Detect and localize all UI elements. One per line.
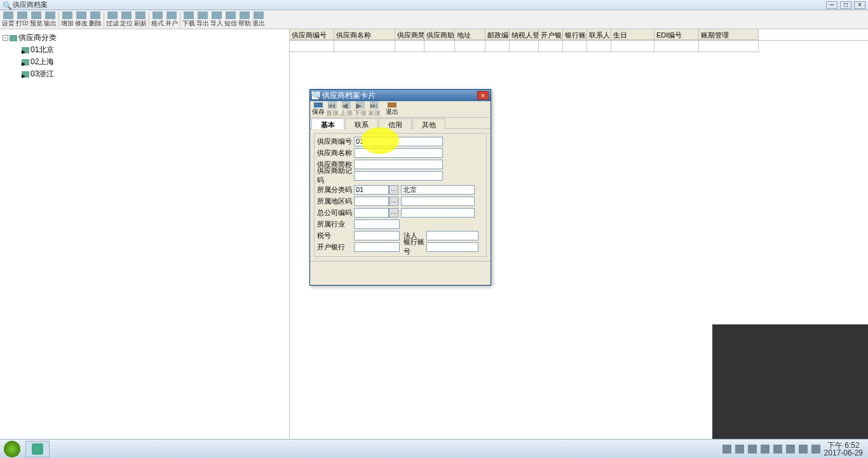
grid-column-header[interactable]: EDI编号 [654, 29, 699, 40]
tool-export[interactable]: 输出 [43, 11, 57, 29]
tab-other[interactable]: 其他 [412, 118, 445, 129]
tool-merge[interactable]: 并户 [165, 11, 179, 29]
tool-sms[interactable]: 短信 [224, 11, 238, 29]
grid-cell[interactable] [539, 41, 563, 52]
app-titlebar: 🔍 供应商档案 ─ □ × [0, 0, 868, 10]
start-button[interactable] [0, 440, 24, 459]
tab-basic[interactable]: 基本 [311, 118, 344, 129]
tool-edit[interactable]: 修改 [74, 11, 88, 29]
tree-item-label: 02上海 [31, 57, 54, 67]
grid-column-header[interactable]: 银行账号 [563, 29, 587, 40]
webcam-overlay [712, 324, 868, 439]
tree-item-02[interactable]: ▸ 02上海 [14, 56, 287, 68]
tree-toggle-icon[interactable]: - [3, 35, 8, 41]
input-supplier-code[interactable] [354, 137, 443, 146]
label-supplier-code: 供应商编号 [317, 137, 354, 146]
grid-cell[interactable] [587, 41, 611, 52]
input-supplier-mnemonic[interactable] [354, 171, 443, 181]
minimize-button[interactable]: ─ [826, 1, 837, 9]
input-account[interactable] [426, 242, 478, 252]
grid-column-header[interactable]: 联系人 [587, 29, 611, 40]
tray-icon[interactable] [735, 445, 744, 454]
grid-column-header[interactable]: 账期管理 [699, 29, 759, 40]
tree-root-label: 供应商分类 [18, 32, 57, 43]
tray-icon[interactable] [748, 445, 757, 454]
tray-clock[interactable]: 下午 6:52 2017-06-29 [824, 441, 863, 457]
tree-item-label: 03浙江 [31, 69, 54, 80]
tab-contact[interactable]: 联系 [345, 118, 378, 129]
tool-print[interactable]: 打印 [15, 11, 29, 29]
input-tax[interactable] [354, 231, 400, 240]
grid-cell[interactable] [395, 41, 424, 52]
tool-exit[interactable]: 退出 [252, 11, 266, 29]
tool-delete[interactable]: 删除 [88, 11, 102, 29]
maximize-button[interactable]: □ [840, 1, 851, 9]
tool-in[interactable]: 导入 [210, 11, 224, 29]
app-title: 供应商档案 [13, 0, 48, 10]
input-category-code[interactable] [354, 185, 389, 195]
tool-settings[interactable]: 设置 [1, 11, 15, 29]
tray-icon[interactable] [811, 445, 820, 454]
grid-column-header[interactable]: 供应商简称 [395, 29, 424, 40]
tree-item-03[interactable]: ▸ 03浙江 [14, 68, 287, 80]
grid-column-header[interactable]: 供应商名称 [334, 29, 395, 40]
tool-out[interactable]: 导出 [196, 11, 210, 29]
grid-cell[interactable] [611, 41, 654, 52]
dialog-close-button[interactable]: × [477, 91, 489, 100]
grid-column-header[interactable]: 地址 [455, 29, 485, 40]
dialog-save-button[interactable]: 保存 [311, 102, 325, 117]
dialog-body: 供应商编号 供应商名称 供应商简称 供应商助记码 所属分类码 … [310, 129, 491, 261]
grid-column-header[interactable]: 纳税人登记 [510, 29, 539, 40]
tree-root[interactable]: - 供应商分类 [3, 32, 287, 44]
grid-column-header[interactable]: 邮政编码 [485, 29, 510, 40]
tool-download[interactable]: 下载 [182, 11, 196, 29]
grid-cell[interactable] [424, 41, 455, 52]
grid-cell[interactable] [334, 41, 395, 52]
tray-icon[interactable] [761, 445, 770, 454]
lookup-parent-button[interactable]: … [389, 208, 398, 218]
tool-refresh[interactable]: 刷新 [133, 11, 147, 29]
system-tray: 下午 6:52 2017-06-29 [717, 441, 868, 457]
grid-cell[interactable] [510, 41, 539, 52]
dialog-exit-button[interactable]: 退出 [385, 102, 399, 117]
grid-column-header[interactable]: 生日 [611, 29, 654, 40]
label-supplier-mnemonic: 供应商助记码 [317, 166, 354, 185]
input-bank[interactable] [354, 242, 400, 252]
grid-column-header[interactable]: 供应商助记 [424, 29, 455, 40]
tool-filter[interactable]: 过滤 [105, 11, 119, 29]
input-supplier-short[interactable] [354, 160, 443, 169]
tray-icon[interactable] [722, 445, 731, 454]
grid-cell[interactable] [654, 41, 699, 52]
grid-cell[interactable] [290, 41, 334, 52]
lookup-region-button[interactable]: … [389, 197, 398, 206]
tool-preview[interactable]: 预览 [29, 11, 43, 29]
label-industry: 所属行业 [317, 219, 354, 229]
grid-column-header[interactable]: 供应商编号 [290, 29, 334, 40]
tree-item-01[interactable]: ▸ 01北京 [14, 44, 287, 56]
tray-icon[interactable] [773, 445, 782, 454]
input-parent-code[interactable] [354, 208, 389, 218]
grid-cell[interactable] [563, 41, 587, 52]
input-supplier-name[interactable] [354, 148, 443, 158]
input-industry[interactable] [354, 219, 400, 229]
tool-help[interactable]: 帮助 [238, 11, 252, 29]
grid-cell[interactable] [455, 41, 485, 52]
tool-locate[interactable]: 定位 [119, 11, 133, 29]
dialog-titlebar[interactable]: 🔍 供应商档案卡片 × [310, 90, 491, 101]
leaf-icon: ▸ [22, 71, 29, 78]
input-region-code[interactable] [354, 197, 389, 206]
lookup-category-button[interactable]: … [389, 185, 398, 195]
input-legal[interactable] [426, 231, 478, 240]
taskbar-app[interactable] [25, 441, 50, 457]
grid-cell[interactable] [699, 41, 759, 52]
label-category-code: 所属分类码 [317, 185, 354, 195]
tool-format[interactable]: 格式 [151, 11, 165, 29]
tray-icon[interactable] [786, 445, 795, 454]
grid-column-header[interactable]: 开户银行 [539, 29, 563, 40]
tray-icon[interactable] [799, 445, 808, 454]
tab-credit[interactable]: 信用 [379, 118, 412, 129]
close-button[interactable]: × [854, 1, 865, 9]
tool-add[interactable]: 增加 [60, 11, 74, 29]
grid-cell[interactable] [485, 41, 510, 52]
dialog-icon: 🔍 [312, 92, 320, 99]
